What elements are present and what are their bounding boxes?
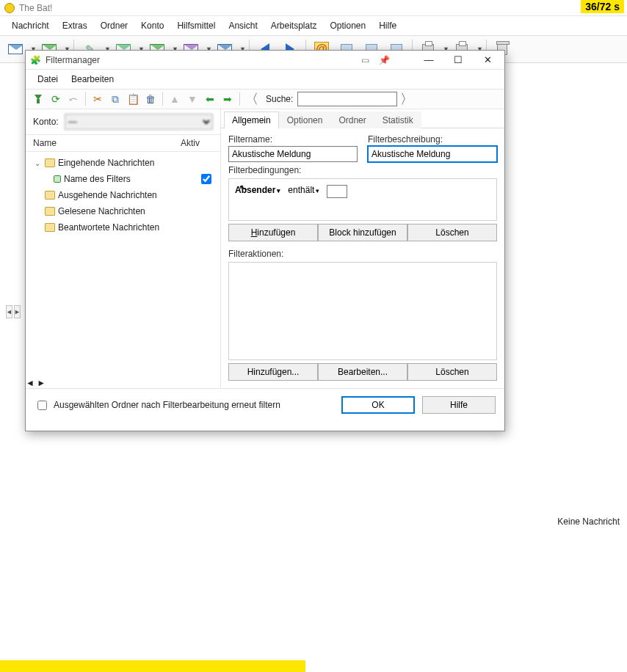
filterdesc-input[interactable] bbox=[368, 146, 497, 162]
cond-addblock-button[interactable]: Block hinzufügen bbox=[318, 224, 407, 241]
menu-extras[interactable]: Extras bbox=[57, 19, 93, 32]
col-active[interactable]: Aktiv bbox=[181, 138, 216, 148]
tree-label: Beantwortete Nachrichten bbox=[58, 222, 159, 233]
actions-box[interactable] bbox=[228, 262, 497, 360]
separator bbox=[239, 92, 240, 106]
undo-icon: ⤺ bbox=[69, 94, 78, 104]
ok-button[interactable]: OK bbox=[341, 396, 415, 414]
dialog-footer: Ausgewählten Ordner nach Filterbearbeitu… bbox=[26, 388, 504, 421]
menu-hilfe[interactable]: Hilfe bbox=[373, 19, 402, 32]
delete-button[interactable]: 🗑 bbox=[142, 91, 159, 107]
dlg-menu-bearbeiten[interactable]: Bearbeiten bbox=[65, 73, 120, 86]
move-left-button[interactable]: ⬅ bbox=[202, 91, 218, 107]
act-edit-button[interactable]: Bearbeiten... bbox=[318, 363, 407, 381]
tree-label: Name des Filters bbox=[64, 174, 131, 184]
move-down-button[interactable]: ▼ bbox=[184, 91, 200, 107]
pin-icon[interactable]: 📌 bbox=[377, 53, 391, 67]
act-delete-button[interactable]: Löschen bbox=[407, 363, 497, 381]
col-name[interactable]: Name bbox=[33, 138, 181, 148]
conditions-label: Filterbedingungen: bbox=[228, 165, 497, 175]
folder-icon bbox=[45, 191, 55, 200]
dialog-icon: 🧩 bbox=[30, 55, 41, 65]
arrow-right-icon: ➡ bbox=[223, 94, 232, 104]
right-pane: Allgemein Optionen Ordner Statistik Filt… bbox=[221, 109, 504, 388]
cond-op-picker[interactable]: enthält▾ bbox=[288, 185, 319, 195]
chevron-down-icon[interactable]: ⌄ bbox=[35, 159, 42, 167]
dialog-title: Filtermanager bbox=[46, 55, 353, 65]
menu-hilfsmittel[interactable]: Hilfsmittel bbox=[171, 19, 221, 32]
menu-ansicht[interactable]: Ansicht bbox=[222, 19, 263, 32]
tab-optionen[interactable]: Optionen bbox=[279, 112, 331, 128]
tree-node-filter[interactable]: Name des Filters bbox=[29, 171, 217, 187]
cond-delete-button[interactable]: Löschen bbox=[407, 224, 497, 241]
menu-konto[interactable]: Konto bbox=[135, 19, 170, 32]
tree-node[interactable]: Ausgehende Nachrichten bbox=[29, 187, 217, 203]
left-pane: Konto: — Name Aktiv ⌄ Eingehende Nachric… bbox=[26, 109, 221, 388]
filter-active-checkbox[interactable] bbox=[201, 174, 211, 184]
refilter-checkbox-row[interactable]: Ausgewählten Ordner nach Filterbearbeitu… bbox=[35, 398, 334, 412]
undo-button[interactable]: ⤺ bbox=[65, 91, 81, 107]
paste-button[interactable]: 📋 bbox=[125, 91, 141, 107]
act-add-button[interactable]: Hinzufügen... bbox=[228, 363, 318, 381]
filter-icon bbox=[35, 95, 42, 103]
copy-button[interactable]: ⧉ bbox=[107, 91, 123, 107]
separator bbox=[162, 92, 163, 106]
scroll-left-icon[interactable]: ◄ bbox=[26, 378, 35, 388]
help-button[interactable]: Hilfe bbox=[422, 396, 496, 414]
paste-icon: 📋 bbox=[127, 94, 139, 104]
folder-icon bbox=[45, 207, 55, 216]
tree-label: Gelesene Nachrichten bbox=[58, 206, 145, 216]
tab-statistik[interactable]: Statistik bbox=[374, 112, 421, 128]
folder-icon bbox=[45, 223, 55, 232]
move-right-button[interactable]: ➡ bbox=[220, 91, 236, 107]
tab-pane-allgemein: Filtername: Filterbeschreibung: Filterbe… bbox=[221, 128, 504, 388]
arrow-up-icon: ▲ bbox=[170, 94, 180, 104]
filtername-input[interactable] bbox=[228, 146, 358, 162]
refresh-button[interactable]: ⟳ bbox=[48, 91, 64, 107]
close-button[interactable]: ✕ bbox=[475, 52, 500, 68]
scissors-icon: ✂ bbox=[93, 94, 102, 104]
dialog-toolbar: ⟳ ⤺ ✂ ⧉ 📋 🗑 ▲ ▼ ⬅ ➡ 〈 Suche: 〉 bbox=[26, 89, 504, 109]
hscroll-stub: ◄ ► bbox=[6, 305, 21, 318]
cond-value-input[interactable] bbox=[327, 185, 347, 198]
tree-node-root[interactable]: ⌄ Eingehende Nachrichten bbox=[29, 155, 217, 171]
nav-fwd-button[interactable]: 〉 bbox=[399, 91, 415, 107]
nav-back-button[interactable]: 〈 bbox=[244, 91, 260, 107]
menu-optionen[interactable]: Optionen bbox=[325, 19, 372, 32]
menu-nachricht[interactable]: Nachricht bbox=[6, 19, 55, 32]
tree-node[interactable]: Gelesene Nachrichten bbox=[29, 203, 217, 219]
tree-hscroll[interactable]: ◄ ► bbox=[26, 378, 220, 388]
window-extra1-icon[interactable]: ▭ bbox=[358, 53, 372, 67]
filter-icon bbox=[54, 175, 61, 183]
move-up-button[interactable]: ▲ bbox=[167, 91, 183, 107]
account-select[interactable]: — bbox=[65, 114, 213, 130]
tab-ordner[interactable]: Ordner bbox=[330, 112, 374, 128]
new-filter-button[interactable] bbox=[30, 91, 46, 107]
cond-add-button[interactable]: HHinzufügeninzufügen bbox=[228, 224, 318, 241]
tab-allgemein[interactable]: Allgemein bbox=[224, 112, 279, 128]
refilter-label: Ausgewählten Ordner nach Filterbearbeitu… bbox=[54, 400, 280, 410]
menu-arbeitsplatz[interactable]: Arbeitsplatz bbox=[265, 19, 323, 32]
actions-label: Filteraktionen: bbox=[228, 249, 497, 259]
refilter-checkbox[interactable] bbox=[37, 401, 47, 410]
filter-tree[interactable]: ⌄ Eingehende Nachrichten Name des Filter… bbox=[26, 152, 220, 378]
folder-icon bbox=[45, 158, 55, 167]
dialog-titlebar[interactable]: 🧩 Filtermanager ▭ 📌 ― ☐ ✕ bbox=[26, 51, 504, 70]
actions-buttons: Hinzufügen... Bearbeiten... Löschen bbox=[228, 363, 497, 381]
filterdesc-label: Filterbeschreibung: bbox=[368, 134, 497, 145]
tb-new-mail[interactable] bbox=[4, 38, 26, 60]
scroll-right-icon[interactable]: ► bbox=[37, 378, 46, 388]
tree-node[interactable]: Beantwortete Nachrichten bbox=[29, 219, 217, 235]
footer-highlight bbox=[0, 660, 305, 672]
cut-button[interactable]: ✂ bbox=[90, 91, 106, 107]
maximize-button[interactable]: ☐ bbox=[446, 52, 471, 68]
caret-icon: ▾ bbox=[316, 187, 319, 194]
copy-icon: ⧉ bbox=[112, 94, 119, 104]
dialog-body: Konto: — Name Aktiv ⌄ Eingehende Nachric… bbox=[26, 109, 504, 388]
dlg-menu-datei[interactable]: Datei bbox=[32, 73, 64, 86]
menu-ordner[interactable]: Ordner bbox=[95, 19, 134, 32]
search-input[interactable] bbox=[297, 92, 397, 106]
scroll-right-icon[interactable]: ► bbox=[14, 305, 21, 318]
scroll-left-icon[interactable]: ◄ bbox=[6, 305, 12, 318]
minimize-button[interactable]: ― bbox=[416, 52, 441, 68]
